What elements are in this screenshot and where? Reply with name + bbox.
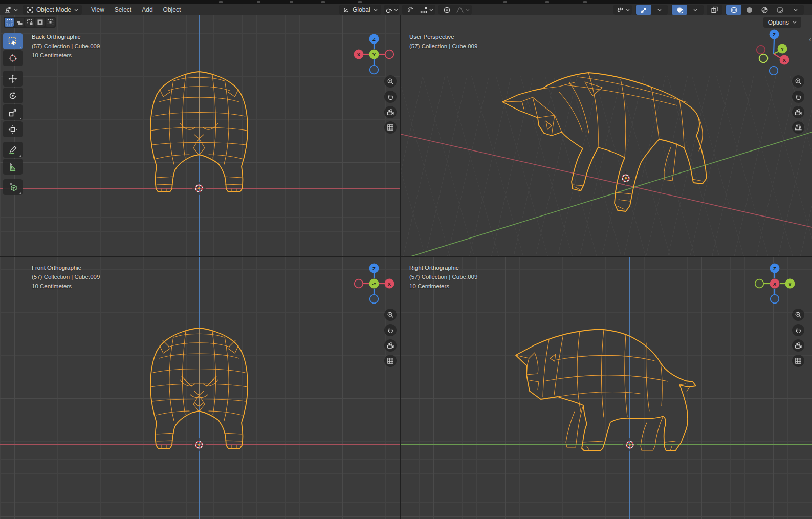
gizmo-axis-x-neg[interactable]	[385, 50, 394, 59]
tool-add-cube[interactable]	[3, 179, 23, 195]
chevron-down-icon	[374, 9, 378, 11]
viewport-subtitle: (57) Collection | Cube.009	[32, 272, 100, 282]
viewport-subtitle: (57) Collection | Cube.009	[32, 41, 100, 51]
select-mode-extend[interactable]	[15, 18, 24, 27]
editor-type-3d-viewport-icon	[4, 6, 12, 14]
chevron-down-icon	[626, 9, 630, 11]
perspective-grid-toggle-icon[interactable]	[792, 121, 804, 134]
tool-transform[interactable]	[3, 121, 23, 137]
svg-text:Z: Z	[773, 32, 776, 37]
show-overlays-toggle[interactable]	[672, 5, 687, 15]
toggle-xray-button[interactable]	[707, 5, 722, 15]
viewport-front-orthographic[interactable]: Front Orthographic (57) Collection | Cub…	[0, 257, 400, 519]
shading-dropdown[interactable]	[787, 5, 803, 15]
tool-scale[interactable]	[3, 104, 23, 120]
tool-move[interactable]	[3, 71, 23, 86]
shading-wireframe-icon	[730, 6, 738, 14]
snap-target-increment-icon	[420, 6, 428, 14]
navigation-gizmo[interactable]: Z Y X	[754, 263, 795, 304]
zoom-in-icon[interactable]	[792, 75, 804, 88]
viewport-subtitle: (57) Collection | Cube.009	[409, 272, 477, 282]
viewport-info-persp: User Perspective (57) Collection | Cube.…	[409, 32, 477, 51]
shading-material-icon	[761, 6, 769, 14]
viewport-right-orthographic[interactable]: Right Orthographic (57) Collection | Cub…	[401, 257, 812, 519]
gizmo-arrow-icon	[640, 6, 648, 14]
zoom-in-icon[interactable]	[792, 309, 804, 321]
sidebar-collapse-arrow[interactable]: ‹	[809, 36, 811, 43]
gizmo-axis-z-neg[interactable]	[770, 67, 778, 75]
tool-rotate[interactable]	[3, 88, 23, 103]
pivot-point-dropdown[interactable]	[384, 5, 399, 15]
proportional-falloff-dropdown[interactable]	[455, 5, 471, 15]
gizmo-axis-x-neg[interactable]	[355, 279, 363, 288]
grid-ortho-toggle-icon[interactable]	[384, 121, 397, 134]
camera-view-icon[interactable]	[792, 339, 804, 352]
navigation-gizmo[interactable]: Z X -Y	[354, 263, 394, 304]
pivot-point-icon	[385, 6, 393, 14]
camera-view-icon[interactable]	[792, 106, 804, 118]
tool-annotate[interactable]	[3, 142, 23, 158]
shading-wireframe-button[interactable]	[726, 5, 741, 15]
zoom-in-icon[interactable]	[384, 75, 397, 88]
viewport-user-perspective[interactable]: User Perspective (57) Collection | Cube.…	[401, 15, 812, 256]
snap-toggle-button[interactable]	[403, 5, 419, 15]
camera-view-icon[interactable]	[384, 106, 397, 118]
svg-text:X: X	[357, 52, 361, 57]
navigation-gizmo[interactable]: Z X Y	[354, 34, 394, 75]
menu-select[interactable]: Select	[109, 5, 137, 15]
chevron-down-icon	[14, 9, 18, 11]
editor-type-dropdown[interactable]	[3, 5, 19, 15]
proportional-editing-button[interactable]	[440, 5, 455, 15]
gizmo-axis-y-neg[interactable]	[755, 279, 764, 288]
transform-orientation-dropdown[interactable]: Global	[339, 5, 381, 15]
viewport-back-orthographic[interactable]: Back Orthographic (57) Collection | Cube…	[0, 15, 400, 256]
shading-rendered-icon	[776, 6, 784, 14]
tool-cursor[interactable]	[3, 50, 23, 66]
tool-select-box[interactable]	[3, 33, 23, 49]
viewport-title: User Perspective	[409, 32, 477, 41]
navigation-gizmo[interactable]: Z Y X	[752, 28, 795, 75]
viewport-scale: 10 Centimeters	[409, 282, 477, 291]
gizmo-axis-x-neg[interactable]	[757, 46, 765, 54]
tool-measure[interactable]	[3, 159, 23, 175]
menu-add[interactable]: Add	[137, 5, 158, 15]
bull-wireframe-side[interactable]	[401, 257, 812, 519]
zoom-in-icon[interactable]	[384, 309, 397, 321]
pan-hand-icon[interactable]	[792, 324, 804, 336]
options-dropdown[interactable]: Options	[763, 17, 801, 28]
topbar-clipped	[0, 0, 812, 4]
gizmo-axis-y-neg[interactable]	[759, 54, 768, 63]
blender-window: Object Mode View Select Add Object Globa…	[0, 0, 812, 519]
shading-rendered-button[interactable]	[772, 5, 787, 15]
select-mode-invert[interactable]	[35, 18, 45, 27]
shading-solid-button[interactable]	[741, 5, 757, 15]
overlays-dropdown[interactable]	[687, 5, 703, 15]
show-object-types-dropdown[interactable]	[615, 5, 631, 15]
overlays-icon	[676, 6, 684, 14]
bull-wireframe-perspective[interactable]	[502, 73, 707, 211]
bull-wireframe-front[interactable]	[0, 257, 400, 519]
menu-object[interactable]: Object	[158, 5, 186, 15]
pan-hand-icon[interactable]	[792, 91, 804, 103]
gizmo-axis-z-neg[interactable]	[370, 66, 379, 74]
object-origin-dot	[198, 444, 200, 446]
camera-view-icon[interactable]	[384, 339, 397, 352]
select-mode-set[interactable]	[5, 18, 14, 27]
shading-material-button[interactable]	[757, 5, 772, 15]
svg-text:Z: Z	[372, 36, 376, 42]
select-mode-intersect[interactable]	[46, 18, 55, 27]
svg-text:Z: Z	[773, 266, 776, 271]
gizmo-axis-z-neg[interactable]	[771, 295, 779, 304]
pan-hand-icon[interactable]	[384, 91, 397, 103]
grid-ortho-toggle-icon[interactable]	[792, 355, 804, 367]
grid-ortho-toggle-icon[interactable]	[384, 355, 397, 367]
show-gizmo-toggle[interactable]	[636, 5, 651, 15]
select-mode-subtract[interactable]	[25, 18, 34, 27]
pan-hand-icon[interactable]	[384, 324, 397, 336]
snap-target-dropdown[interactable]	[419, 5, 434, 15]
gizmo-axis-z-neg[interactable]	[370, 295, 379, 304]
gizmo-dropdown[interactable]	[651, 5, 667, 15]
menu-view[interactable]: View	[86, 5, 109, 15]
chevron-down-icon	[394, 9, 398, 11]
mode-dropdown[interactable]: Object Mode	[23, 5, 82, 15]
